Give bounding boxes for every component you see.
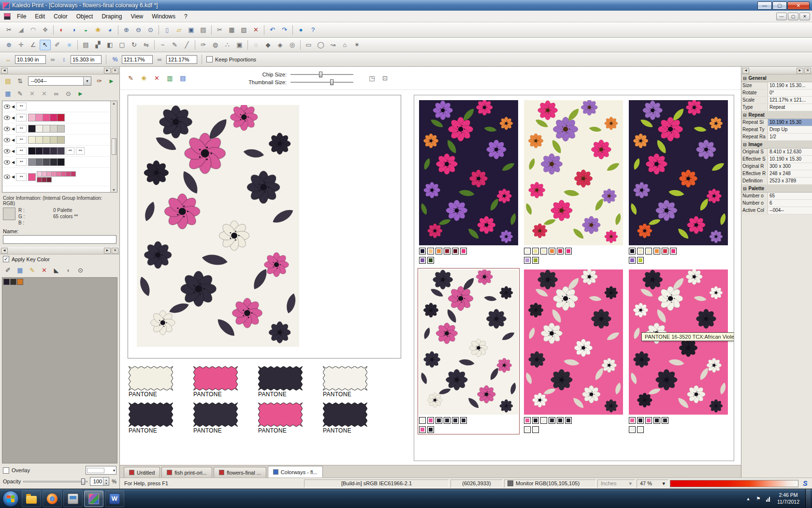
lasso-icon[interactable]: ↝ xyxy=(327,40,338,50)
keep-proportions-checkbox[interactable] xyxy=(206,56,213,62)
scroll-right-icon[interactable]: ► xyxy=(104,248,111,254)
zoom-tool-icon[interactable]: ⊕ xyxy=(3,40,14,50)
visibility-eye-icon[interactable] xyxy=(4,175,10,179)
color-chip[interactable] xyxy=(637,248,644,254)
blur-icon[interactable]: ◌ xyxy=(250,40,261,50)
scale-icon[interactable]: ▢ xyxy=(116,40,128,50)
pantone-chip[interactable]: PANTONE xyxy=(129,403,183,434)
color-chip[interactable] xyxy=(444,248,450,254)
colorway-pattern-svg[interactable] xyxy=(419,269,518,415)
slider-thumb[interactable] xyxy=(330,79,334,85)
start-button[interactable] xyxy=(2,491,19,507)
color-chip[interactable] xyxy=(427,426,434,433)
color-chip[interactable] xyxy=(532,417,539,424)
color-chip[interactable] xyxy=(50,136,58,144)
network-icon[interactable] xyxy=(766,496,770,502)
color-chip[interactable] xyxy=(71,171,76,177)
color-chip[interactable] xyxy=(35,147,43,155)
opacity-stepper[interactable]: ▴▾ xyxy=(103,478,109,485)
brush-icon[interactable]: ✑ xyxy=(198,40,209,50)
pantone-chip[interactable]: PANTONE xyxy=(193,403,247,434)
curve-icon[interactable]: ~ xyxy=(157,40,168,50)
document-tab-3[interactable]: flowers-final ... xyxy=(214,467,266,478)
line-icon[interactable]: ╱ xyxy=(181,40,192,50)
scroll-right-icon[interactable]: ► xyxy=(797,68,803,74)
delete-key-icon[interactable]: ✕ xyxy=(39,265,50,275)
action-center-icon[interactable]: ⚑ xyxy=(754,495,762,503)
color-chip[interactable] xyxy=(532,257,539,264)
main-pattern-preview[interactable] xyxy=(128,95,401,359)
child-restore-button[interactable]: ▢ xyxy=(788,13,798,20)
color-chip[interactable] xyxy=(629,426,636,433)
save-icon[interactable]: ▣ xyxy=(186,25,197,35)
pen-icon[interactable]: ✎ xyxy=(169,40,180,50)
color-chip[interactable] xyxy=(57,158,65,166)
pattern-tool-icon[interactable]: ❖ xyxy=(40,25,51,35)
link-icon[interactable]: ∞ xyxy=(48,56,57,63)
scrollbar-thumb[interactable] xyxy=(112,138,116,155)
half-drop-icon[interactable]: ▞ xyxy=(92,40,103,50)
eyedropper-icon[interactable]: ✐ xyxy=(2,265,14,275)
scissors-icon[interactable]: ✂ xyxy=(3,25,14,35)
palette-row[interactable]: ◀** xyxy=(2,112,110,123)
rotate-icon[interactable]: ↻ xyxy=(129,40,140,50)
palette-row[interactable]: ◀****** xyxy=(2,146,110,157)
color-chip[interactable] xyxy=(427,248,434,254)
expand-triangle-icon[interactable]: ◀ xyxy=(12,127,14,131)
color-chip[interactable] xyxy=(43,158,50,166)
menu-object[interactable]: Object xyxy=(72,12,98,21)
gradient-icon[interactable]: ◣ xyxy=(51,265,62,275)
palette-row[interactable]: ◀** xyxy=(2,168,110,186)
pantone-swatch[interactable] xyxy=(129,366,173,390)
color-chip[interactable] xyxy=(524,417,531,424)
menu-windows[interactable]: Windows xyxy=(147,12,180,21)
search-icon[interactable]: ⊙ xyxy=(75,265,86,275)
colorway-thumbnail-1[interactable] xyxy=(419,100,518,264)
color-chip[interactable] xyxy=(549,417,555,424)
pantone-chip[interactable]: PANTONE xyxy=(258,366,312,398)
clear-color-icon[interactable]: ✕ xyxy=(39,88,50,99)
palette-row[interactable]: ◀** xyxy=(2,157,110,168)
globe-icon[interactable]: ● xyxy=(295,25,306,35)
color-chip[interactable] xyxy=(629,248,636,254)
document-tab-4[interactable]: Colorways - fl... xyxy=(268,466,323,478)
color-chip[interactable] xyxy=(57,114,65,121)
property-value[interactable]: 0° xyxy=(768,90,812,96)
dodge-icon[interactable]: ◎ xyxy=(287,40,298,50)
pantone-swatch[interactable] xyxy=(258,366,303,390)
visibility-eye-icon[interactable] xyxy=(4,160,10,164)
tray-expand-icon[interactable]: ▴ xyxy=(744,495,752,503)
main-pattern-svg[interactable] xyxy=(137,105,299,347)
delete-icon[interactable]: ✕ xyxy=(250,25,261,35)
polygon-select-icon[interactable]: ⌂ xyxy=(339,40,350,50)
color-chip[interactable] xyxy=(57,136,65,144)
width-input[interactable] xyxy=(15,55,46,64)
key-color-chip[interactable] xyxy=(3,279,10,285)
visibility-eye-icon[interactable] xyxy=(4,149,10,153)
close-panel-icon[interactable]: ✕ xyxy=(112,248,118,254)
color-chip[interactable] xyxy=(28,136,36,144)
property-value[interactable]: 65 xyxy=(768,193,812,199)
menu-draping[interactable]: Draping xyxy=(97,12,126,21)
color-chip[interactable] xyxy=(50,114,58,121)
color-chip[interactable] xyxy=(637,426,644,433)
color-chip[interactable] xyxy=(670,248,677,254)
link-color-icon[interactable]: ∞ xyxy=(51,88,62,99)
color-chip[interactable] xyxy=(35,125,43,133)
palette-list-icon[interactable]: ▤ xyxy=(2,75,14,86)
expand-triangle-icon[interactable]: ◀ xyxy=(12,160,14,164)
zoom-in-icon[interactable]: ⊕ xyxy=(121,25,132,35)
zoom-select[interactable]: 47 %▾ xyxy=(637,479,668,488)
rect-select-icon[interactable]: ▭ xyxy=(303,40,314,50)
pantone-swatch[interactable] xyxy=(129,403,173,427)
insert-column-icon[interactable]: ▥ xyxy=(164,73,175,84)
color-chip[interactable] xyxy=(28,147,36,155)
eyedropper-icon[interactable]: ✐ xyxy=(52,40,63,50)
firefox-taskbar-icon[interactable] xyxy=(43,491,62,507)
expand-triangle-icon[interactable]: ◀ xyxy=(12,175,14,179)
color-chip[interactable] xyxy=(653,248,660,254)
open-file-icon[interactable]: ▱ xyxy=(174,25,185,35)
color-wheel-icon[interactable]: ◑ xyxy=(68,25,79,35)
scroll-right-icon[interactable]: ► xyxy=(104,68,111,74)
measure-icon[interactable]: ∠ xyxy=(28,40,39,50)
